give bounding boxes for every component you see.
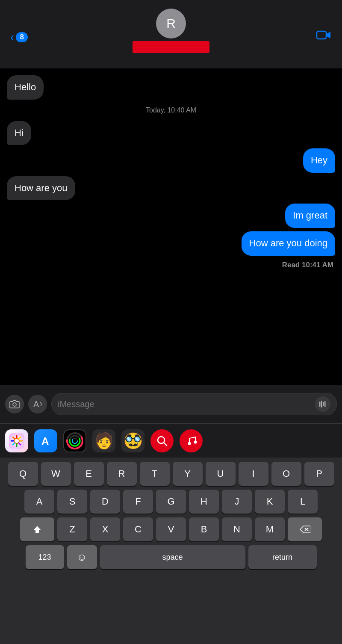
shift-key[interactable] [20, 517, 54, 541]
keyboard: Q W E R T Y U I O P A S D F G H J K L Z … [0, 458, 342, 644]
svg-rect-0 [317, 31, 326, 39]
key-i[interactable]: I [239, 462, 268, 486]
app-icon-appstore[interactable]: A [34, 429, 57, 452]
key-w[interactable]: W [41, 462, 71, 486]
key-n[interactable]: N [222, 517, 252, 541]
back-badge: 8 [16, 32, 28, 42]
app-icon-music[interactable] [180, 429, 203, 452]
message-bubble-how-are-you-doing: How are you doing [242, 231, 335, 256]
key-r[interactable]: R [107, 462, 137, 486]
key-m[interactable]: M [255, 517, 285, 541]
key-z[interactable]: Z [57, 517, 87, 541]
key-y[interactable]: Y [173, 462, 203, 486]
key-t[interactable]: T [140, 462, 170, 486]
video-call-button[interactable] [316, 30, 332, 45]
apps-button[interactable]: A [28, 395, 47, 414]
key-k[interactable]: K [255, 490, 285, 514]
app-shortcuts: A 🧑 🥸 [0, 423, 342, 458]
messages-area: Hello Today, 10:40 AM Hi Hey How are you… [0, 68, 342, 385]
message-bubble-im-great: Im great [285, 204, 335, 228]
camera-button[interactable] [5, 395, 24, 414]
read-status: Read 10:41 AM [7, 259, 335, 269]
svg-rect-3 [319, 402, 321, 407]
key-row-2: A S D F G H J K L [3, 490, 339, 514]
svg-rect-6 [324, 401, 326, 407]
app-icon-memoji2[interactable]: 🥸 [121, 429, 144, 452]
svg-text:A: A [41, 435, 49, 447]
key-row-4: 123 ☺ space return [3, 545, 339, 569]
svg-line-25 [164, 443, 167, 446]
message-input[interactable] [58, 399, 311, 409]
message-input-wrap[interactable] [51, 393, 337, 415]
app-icon-websearch[interactable] [150, 429, 174, 452]
delete-key[interactable] [288, 517, 322, 541]
message-bubble-hey: Hey [303, 148, 335, 173]
timestamp: Today, 10:40 AM [7, 103, 335, 118]
key-u[interactable]: U [206, 462, 236, 486]
key-h[interactable]: H [189, 490, 219, 514]
key-b[interactable]: B [189, 517, 219, 541]
svg-text:A: A [33, 399, 39, 409]
svg-rect-4 [321, 401, 322, 408]
key-d[interactable]: D [90, 490, 120, 514]
key-f[interactable]: F [123, 490, 153, 514]
svg-rect-5 [323, 402, 324, 406]
app-icon-memoji1[interactable]: 🧑 [92, 429, 115, 452]
key-x[interactable]: X [90, 517, 120, 541]
back-chevron-icon: ‹ [10, 31, 14, 43]
audio-button[interactable] [315, 396, 330, 412]
message-bubble-how-are-you: How are you [7, 176, 75, 201]
key-g[interactable]: G [156, 490, 186, 514]
contact-name [133, 41, 209, 53]
app-icon-fitness[interactable] [63, 429, 86, 452]
key-o[interactable]: O [271, 462, 301, 486]
key-s[interactable]: S [57, 490, 87, 514]
svg-point-26 [188, 442, 191, 445]
svg-point-27 [194, 440, 197, 443]
message-bubble-hello: Hello [7, 75, 44, 100]
key-row-1: Q W E R T Y U I O P [3, 462, 339, 486]
space-key[interactable]: space [100, 545, 245, 569]
key-j[interactable]: J [222, 490, 252, 514]
key-a[interactable]: A [24, 490, 54, 514]
key-row-3: Z X C V B N M [3, 517, 339, 541]
key-c[interactable]: C [123, 517, 153, 541]
key-e[interactable]: E [74, 462, 104, 486]
back-button[interactable]: ‹ 8 [10, 31, 28, 43]
svg-point-1 [13, 403, 16, 406]
return-key[interactable]: return [248, 545, 317, 569]
key-p[interactable]: P [304, 462, 334, 486]
emoji-key[interactable]: ☺ [67, 545, 97, 569]
key-q[interactable]: Q [8, 462, 38, 486]
key-l[interactable]: L [288, 490, 318, 514]
numbers-key[interactable]: 123 [26, 545, 64, 569]
header: ‹ 8 R [0, 0, 342, 68]
input-bar: A [0, 385, 342, 423]
key-v[interactable]: V [156, 517, 186, 541]
app-icon-photos[interactable] [5, 429, 28, 452]
avatar[interactable]: R [156, 9, 186, 38]
contact-info: R [133, 9, 209, 53]
message-bubble-hi: Hi [7, 121, 31, 145]
